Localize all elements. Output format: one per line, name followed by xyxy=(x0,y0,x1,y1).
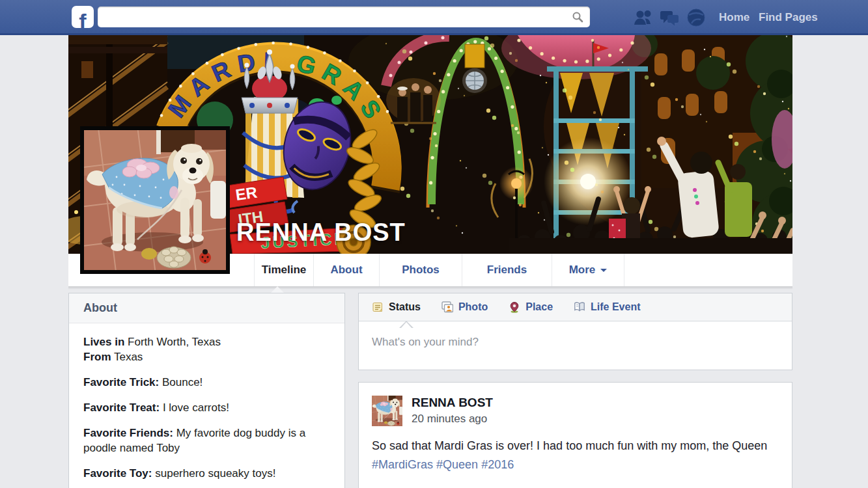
facebook-logo-letter: f xyxy=(72,10,94,28)
messages-icon[interactable] xyxy=(659,8,680,27)
status-input[interactable]: What's on your mind? xyxy=(359,321,792,370)
about-label: Favorite Treat: xyxy=(83,401,160,414)
about-favorite-friends: Favorite Friends: My favorite dog buddy … xyxy=(83,426,330,456)
about-label: From xyxy=(83,351,111,363)
life-event-tab-label: Life Event xyxy=(591,301,640,313)
search-icon[interactable] xyxy=(572,11,583,23)
post-avatar[interactable] xyxy=(372,396,402,426)
find-pages-link[interactable]: Find Pages xyxy=(759,11,818,24)
about-label: Favorite Trick: xyxy=(83,376,159,388)
hashtag-link[interactable]: #MardiGras xyxy=(372,458,433,471)
about-favorite-trick: Favorite Trick: Bounce! xyxy=(83,375,330,390)
about-basic-info: Lives in Forth Worth, Texas From Texas xyxy=(83,335,330,365)
about-value: Forth Worth, Texas xyxy=(128,336,221,348)
life-event-icon xyxy=(574,301,585,313)
status-tab[interactable]: Status xyxy=(372,301,421,313)
post: RENNA BOST 20 minutes ago So sad that Ma… xyxy=(358,382,792,488)
photo-tab-label: Photo xyxy=(458,301,488,313)
about-value: superhero squeaky toys! xyxy=(155,467,275,480)
hashtag-link[interactable]: #Queen xyxy=(436,458,478,471)
top-navigation-bar: f Home Find Pages xyxy=(0,0,868,35)
composer-header: Status Photo xyxy=(359,293,792,321)
post-author[interactable]: RENNA BOST xyxy=(412,396,493,410)
about-label: Favorite Friends: xyxy=(83,427,173,439)
about-box-title: About xyxy=(83,301,330,315)
hashtag-link[interactable]: #2016 xyxy=(481,458,514,471)
life-event-tab[interactable]: Life Event xyxy=(574,301,640,313)
tab-timeline[interactable]: Timeline xyxy=(254,254,313,286)
friends-icon[interactable] xyxy=(633,8,654,27)
tab-more[interactable]: More xyxy=(552,254,624,286)
about-value: I love carrots! xyxy=(163,401,229,414)
place-tab-label: Place xyxy=(525,301,553,313)
about-box-header: About xyxy=(69,293,344,323)
about-favorite-treat: Favorite Treat: I love carrots! xyxy=(83,401,330,416)
status-icon xyxy=(372,301,384,313)
tab-about[interactable]: About xyxy=(313,254,379,286)
globe-icon[interactable] xyxy=(686,8,707,27)
banner-word-1: ER xyxy=(234,183,259,204)
search-input[interactable] xyxy=(104,11,572,23)
about-favorite-toy: Favorite Toy: superhero squeaky toys! xyxy=(83,467,330,481)
profile-name: RENNA BOST xyxy=(236,219,406,247)
profile-page: MARDI GRAS xyxy=(68,35,792,488)
about-value: Bounce! xyxy=(162,376,203,388)
about-value: Texas xyxy=(114,351,143,363)
home-link[interactable]: Home xyxy=(719,11,749,24)
about-box: About Lives in Forth Worth, Texas From T… xyxy=(68,293,345,488)
about-label: Lives in xyxy=(83,336,124,348)
profile-picture[interactable] xyxy=(80,126,230,274)
photo-icon xyxy=(441,301,453,313)
about-label: Favorite Toy: xyxy=(83,467,152,480)
dog-photo xyxy=(84,130,226,270)
chevron-down-icon xyxy=(600,269,607,272)
post-message: So sad that Mardi Gras is over! I had to… xyxy=(372,439,767,452)
tab-friends[interactable]: Friends xyxy=(462,254,552,286)
photo-tab[interactable]: Photo xyxy=(441,301,488,313)
post-text: So sad that Mardi Gras is over! I had to… xyxy=(372,437,779,474)
post-timestamp: 20 minutes ago xyxy=(412,413,493,426)
status-tab-label: Status xyxy=(389,301,421,313)
search-bar[interactable] xyxy=(98,7,590,27)
place-icon xyxy=(509,301,520,313)
content-area: About Lives in Forth Worth, Texas From T… xyxy=(68,293,792,488)
tab-more-label: More xyxy=(569,264,596,276)
facebook-logo[interactable]: f xyxy=(72,6,94,28)
status-composer: Status Photo xyxy=(358,293,792,370)
about-box-body: Lives in Forth Worth, Texas From Texas F… xyxy=(69,323,344,488)
active-tab-notch xyxy=(271,286,284,293)
tab-photos[interactable]: Photos xyxy=(379,254,462,286)
post-avatar-photo xyxy=(372,396,402,426)
place-tab[interactable]: Place xyxy=(509,301,553,313)
tabbar-shadow xyxy=(68,286,792,290)
